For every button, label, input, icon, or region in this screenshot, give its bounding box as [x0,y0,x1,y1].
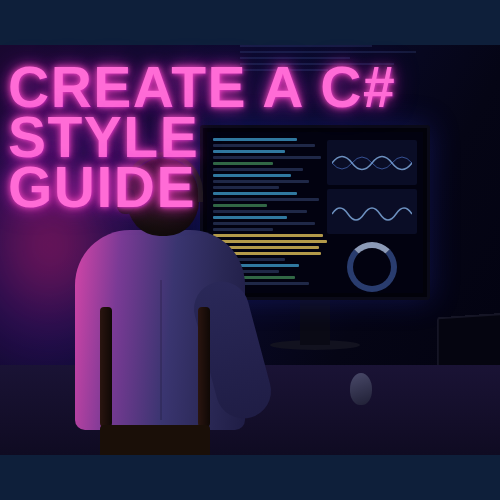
headline-line-2: GUIDE [8,162,492,212]
mouse-icon [350,373,372,405]
donut-chart-icon [347,242,397,292]
headline-text: CREATE A C# STYLE GUIDE [8,62,492,212]
monitor-stand [300,300,330,345]
chair [80,295,230,455]
headline-line-1: CREATE A C# STYLE [8,62,492,162]
